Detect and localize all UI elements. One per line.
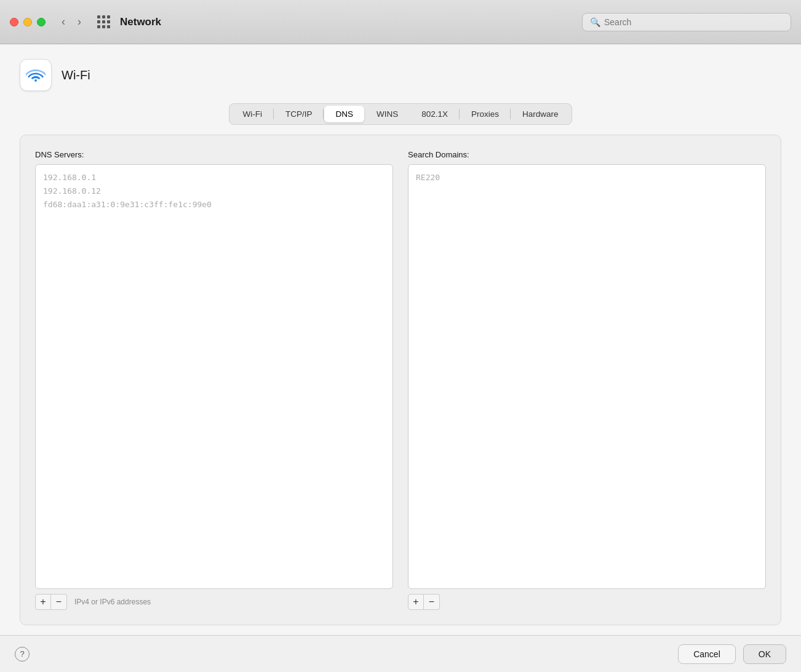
search-domains-label: Search Domains: [408, 150, 766, 159]
search-input[interactable] [604, 17, 783, 27]
search-domains-controls: + − [408, 594, 766, 610]
dns-remove-button[interactable]: − [51, 594, 67, 610]
tab-wins[interactable]: WINS [365, 106, 409, 122]
cancel-button[interactable]: Cancel [678, 644, 736, 664]
dns-entry-3: fd68:daa1:a31:0:9e31:c3ff:fe1c:99e0 [43, 198, 385, 211]
domain-add-button[interactable]: + [408, 594, 424, 610]
dns-add-button[interactable]: + [35, 594, 51, 610]
nav-buttons: ‹ › [58, 14, 85, 30]
dns-hint: IPv4 or IPv6 addresses [74, 598, 151, 606]
minimize-button[interactable] [23, 18, 32, 26]
wifi-icon [26, 65, 46, 85]
ok-button[interactable]: OK [743, 644, 786, 664]
tab-dns[interactable]: DNS [324, 106, 364, 122]
help-button[interactable]: ? [15, 647, 30, 662]
main-content: Wi-Fi Wi-Fi TCP/IP DNS WINS 802.1X Proxi… [0, 44, 801, 635]
wifi-label: Wi-Fi [62, 68, 90, 82]
dns-entry-1: 192.168.0.1 [43, 171, 385, 184]
bottom-bar: ? Cancel OK [0, 635, 801, 672]
dns-grid: DNS Servers: 192.168.0.1 192.168.0.12 fd… [35, 150, 766, 610]
dns-servers-list[interactable]: 192.168.0.1 192.168.0.12 fd68:daa1:a31:0… [35, 164, 393, 589]
traffic-lights [10, 18, 46, 26]
search-domains-list[interactable]: RE220 [408, 164, 766, 589]
forward-button[interactable]: › [74, 14, 85, 30]
tab-tcpip[interactable]: TCP/IP [274, 106, 324, 122]
search-domains-column: Search Domains: RE220 + − [408, 150, 766, 610]
dns-servers-controls: + − IPv4 or IPv6 addresses [35, 594, 393, 610]
tab-bar: Wi-Fi TCP/IP DNS WINS 802.1X Proxies Har… [229, 103, 572, 125]
dns-servers-label: DNS Servers: [35, 150, 393, 159]
titlebar: ‹ › Network 🔍 [0, 0, 801, 44]
bottom-actions: Cancel OK [678, 644, 786, 664]
maximize-button[interactable] [37, 18, 46, 26]
wifi-header: Wi-Fi [20, 59, 781, 91]
tab-wifi[interactable]: Wi-Fi [231, 106, 273, 122]
close-button[interactable] [10, 18, 18, 26]
dns-servers-column: DNS Servers: 192.168.0.1 192.168.0.12 fd… [35, 150, 393, 610]
tab-hardware[interactable]: Hardware [511, 106, 570, 122]
search-bar[interactable]: 🔍 [582, 13, 791, 31]
tab-proxies[interactable]: Proxies [460, 106, 510, 122]
back-button[interactable]: ‹ [58, 14, 69, 30]
app-grid [97, 15, 110, 28]
wifi-icon-container [20, 59, 52, 91]
domain-remove-button[interactable]: − [424, 594, 440, 610]
dns-entry-2: 192.168.0.12 [43, 184, 385, 198]
dns-panel: DNS Servers: 192.168.0.1 192.168.0.12 fd… [20, 135, 781, 625]
window-title: Network [120, 16, 161, 28]
grid-icon[interactable] [97, 15, 110, 28]
search-icon: 🔍 [590, 17, 600, 27]
tab-8021x[interactable]: 802.1X [410, 106, 459, 122]
search-domain-entry-1: RE220 [416, 171, 758, 184]
